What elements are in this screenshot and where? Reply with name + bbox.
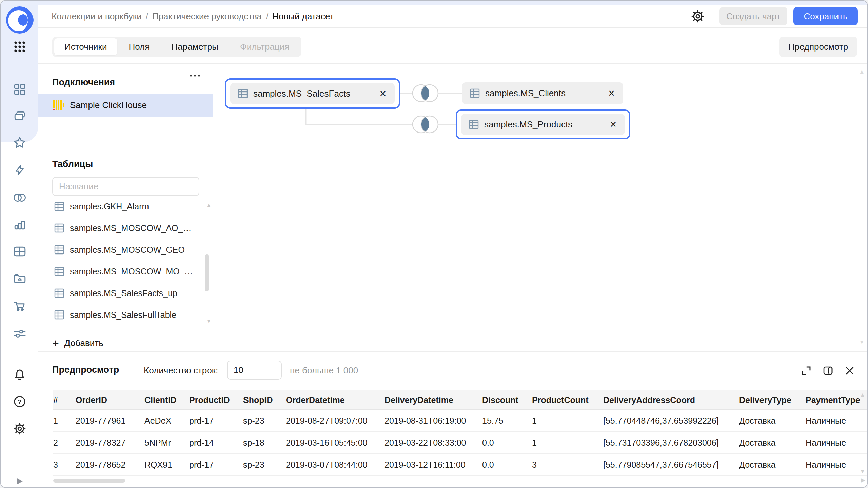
favorites-star-icon[interactable] xyxy=(1,133,38,152)
sources-left-panel: Подключения Sample ClickHouse Таблицы sa… xyxy=(38,64,213,351)
dataset-tabs: Источники Поля Параметры Фильтрация xyxy=(52,37,301,57)
list-scrollbar-thumb[interactable] xyxy=(205,254,209,291)
datalens-logo[interactable] xyxy=(1,5,38,35)
cell: 2019-777961 xyxy=(76,416,144,426)
connection-item-sample-clickhouse[interactable]: Sample ClickHouse xyxy=(38,94,213,117)
services-sliders-glyph xyxy=(13,328,26,339)
breadcrumb-separator: / xyxy=(266,11,268,22)
table-list-item[interactable]: samples.MS_MOSCOW_AO_G… xyxy=(38,217,208,239)
tab-sources[interactable]: Источники xyxy=(54,38,117,55)
node-clients[interactable]: samples.MS_Clients ✕ xyxy=(462,82,623,104)
table-icon xyxy=(54,266,64,277)
table-search-input[interactable] xyxy=(52,177,199,196)
help-question-icon[interactable]: ? xyxy=(1,392,38,411)
cell: 3 xyxy=(532,460,603,470)
remove-table-icon[interactable]: ✕ xyxy=(610,120,617,129)
tab-filtering[interactable]: Фильтрация xyxy=(230,38,299,55)
left-rail: ? xyxy=(1,1,38,488)
column-header: OrderDatetime xyxy=(286,395,384,405)
cell: sp-18 xyxy=(243,438,286,448)
column-header: ClientID xyxy=(144,395,189,405)
expand-play-icon[interactable] xyxy=(1,474,38,488)
table-icon xyxy=(54,288,64,298)
table-list-item[interactable]: samples.MS_SalesFullTable xyxy=(38,304,208,326)
cell: [55.731703396,37.678203006] xyxy=(603,438,739,448)
node-salesfacts-selection[interactable]: samples.MS_SalesFacts ✕ xyxy=(225,78,400,109)
svg-text:?: ? xyxy=(18,398,22,405)
breadcrumb-current-dataset: Новый датасет xyxy=(272,11,334,22)
dashboards-table-icon[interactable] xyxy=(1,242,38,261)
remove-table-icon[interactable]: ✕ xyxy=(608,88,615,98)
notifications-bell-glyph xyxy=(13,368,26,381)
clickhouse-logo-icon xyxy=(52,99,64,111)
table-list-item[interactable]: samples.GKH_Alarm xyxy=(38,196,208,217)
settings-gear-icon[interactable] xyxy=(1,419,38,438)
breadcrumb-collections[interactable]: Коллекции и воркбуки xyxy=(52,11,142,22)
node-products[interactable]: samples.MS_Products ✕ xyxy=(461,114,625,135)
editor-lightning-icon[interactable] xyxy=(1,161,38,180)
preview-toggle-button[interactable]: Предпросмотр xyxy=(779,37,857,57)
notifications-bell-icon[interactable] xyxy=(1,365,38,384)
save-button[interactable]: Сохранить xyxy=(793,7,858,25)
remove-table-icon[interactable]: ✕ xyxy=(379,89,387,99)
cell: 5NPMr xyxy=(144,438,189,448)
cell: 15.75 xyxy=(482,416,532,426)
table-icon xyxy=(54,245,64,255)
cell: Наличные xyxy=(806,416,867,426)
preview-dock-right-icon[interactable] xyxy=(821,364,835,378)
preview-hscrollbar-thumb[interactable] xyxy=(53,479,125,483)
dataset-settings-gear-icon[interactable] xyxy=(690,8,706,24)
list-scroll-down-icon[interactable]: ▼ xyxy=(206,318,212,325)
add-table-button[interactable]: + Добавить xyxy=(52,335,103,351)
cell: 2 xyxy=(53,438,76,448)
storage-folder-icon[interactable] xyxy=(1,269,38,288)
preview-scroll-right-icon[interactable]: ▶ xyxy=(861,476,865,484)
row-count-input[interactable] xyxy=(227,361,282,380)
node-salesfacts[interactable]: samples.MS_SalesFacts ✕ xyxy=(230,83,395,104)
connection-name: Sample ClickHouse xyxy=(70,100,147,110)
canvas-scroll-up-icon[interactable]: ▲ xyxy=(859,68,865,75)
breadcrumb-guides[interactable]: Практические руководства xyxy=(152,11,262,22)
preview-table: # OrderID ClientID ProductID ShopID Orde… xyxy=(53,390,867,476)
table-name: samples.MS_SalesFullTable xyxy=(70,310,176,320)
node-products-selection[interactable]: samples.MS_Products ✕ xyxy=(456,109,630,139)
connections-venn-icon[interactable] xyxy=(1,188,38,207)
table-list-item[interactable]: samples.MS_MOSCOW_MO_G… xyxy=(38,261,208,282)
tab-fields[interactable]: Поля xyxy=(119,38,160,55)
column-header: # xyxy=(53,395,76,405)
connection-more-menu[interactable] xyxy=(188,71,202,80)
preview-scroll-down-icon[interactable]: ▼ xyxy=(860,468,865,475)
table-list-item[interactable]: samples.MS_SalesFacts_up xyxy=(38,282,208,304)
workbooks-folders-icon[interactable] xyxy=(1,106,38,125)
marketplace-cart-icon[interactable] xyxy=(1,296,38,315)
preview-close-icon[interactable] xyxy=(843,364,856,378)
table-icon xyxy=(54,201,64,211)
join-type-icon-inner[interactable] xyxy=(412,114,439,135)
join-canvas[interactable]: samples.MS_SalesFacts ✕ samples.MS_Clien… xyxy=(213,64,867,351)
list-scroll-up-icon[interactable]: ▲ xyxy=(206,202,212,209)
cell: 2019-08-27T09:07:00 xyxy=(286,416,384,426)
datalens-logo-icon xyxy=(6,6,34,34)
preview-scroll-up-icon[interactable]: ▲ xyxy=(860,392,865,399)
cell: 2019-03-16T05:45:00 xyxy=(286,438,384,448)
node-label: samples.MS_Products xyxy=(484,119,572,130)
charts-bar-icon[interactable] xyxy=(1,215,38,234)
create-chart-button[interactable]: Создать чарт xyxy=(719,7,787,25)
tables-title: Таблицы xyxy=(52,159,93,169)
services-sliders-icon[interactable] xyxy=(1,324,38,343)
tab-parameters[interactable]: Параметры xyxy=(161,38,229,55)
cell: [55.770448746,37.653992226] xyxy=(603,416,739,426)
table-list-item[interactable]: samples.MS_MOSCOW_GEO xyxy=(38,239,208,261)
join-type-icon-inner[interactable] xyxy=(412,83,439,103)
cell: Наличные xyxy=(806,438,867,448)
preview-expand-icon[interactable] xyxy=(800,364,813,378)
cell: 2019-03-07T08:44:00 xyxy=(286,460,384,470)
apps-grid-icon[interactable] xyxy=(1,37,38,56)
column-header: ProductID xyxy=(189,395,243,405)
cell: RQX91 xyxy=(144,460,189,470)
cell: 2019-03-12T16:11:00 xyxy=(384,460,482,470)
canvas-scroll-down-icon[interactable]: ▼ xyxy=(859,339,865,346)
row-count-hint: не больше 1 000 xyxy=(290,365,358,376)
collections-grid-icon[interactable] xyxy=(1,80,38,99)
cell: 1 xyxy=(53,416,76,426)
